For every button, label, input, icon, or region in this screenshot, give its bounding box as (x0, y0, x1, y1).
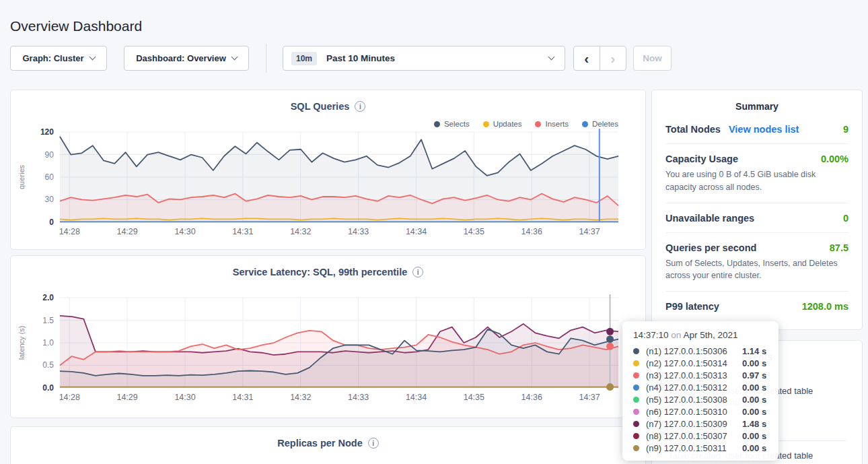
node-color-dot-icon (633, 372, 639, 378)
qps-value: 87.5 (830, 242, 848, 253)
control-divider (266, 44, 266, 73)
tooltip-on-word: on (671, 330, 681, 340)
node-color-dot-icon (633, 348, 639, 354)
node-latency-value: 0.97 s (742, 370, 766, 380)
capacity-usage-label: Capacity Usage (665, 154, 738, 164)
node-color-dot-icon (633, 385, 639, 391)
time-prev-button[interactable]: ‹ (574, 46, 600, 70)
chevron-down-icon (548, 54, 555, 61)
graph-dropdown-button[interactable]: Graph: Cluster (10, 46, 107, 71)
tooltip-node-row: (n2) 127.0.0.1:503140.00 s (633, 357, 768, 369)
svg-text:14:37: 14:37 (579, 393, 600, 402)
svg-text:14:32: 14:32 (290, 227, 311, 236)
tooltip-node-row: (n8) 127.0.0.1:503070.00 s (633, 430, 768, 442)
now-button[interactable]: Now (633, 46, 672, 71)
node-address: (n2) 127.0.0.1:50314 (646, 358, 742, 368)
unavailable-ranges-label: Unavailable ranges (665, 213, 754, 224)
tooltip-node-row: (n7) 127.0.0.1:503091.48 s (633, 418, 768, 430)
svg-text:90: 90 (45, 150, 55, 160)
svg-text:latency (s): latency (s) (17, 326, 26, 360)
svg-text:14:28: 14:28 (59, 227, 80, 236)
node-color-dot-icon (633, 445, 639, 451)
qps-description: Sum of Selects, Updates, Inserts, and De… (665, 257, 848, 283)
dashboard-dropdown-button[interactable]: Dashboard: Overview (124, 46, 249, 71)
summary-row-p99: P99 latency 1208.0 ms (665, 291, 848, 321)
time-next-button[interactable]: › (600, 46, 626, 70)
node-address: (n3) 127.0.0.1:50313 (646, 370, 742, 380)
dashboard-dropdown-label: Dashboard: Overview (136, 53, 226, 63)
svg-text:14:36: 14:36 (521, 227, 542, 236)
node-address: (n5) 127.0.0.1:50308 (646, 395, 742, 405)
svg-text:30: 30 (45, 195, 55, 204)
info-icon[interactable]: i (368, 438, 379, 449)
svg-text:14:29: 14:29 (117, 393, 138, 402)
svg-text:14:33: 14:33 (348, 227, 369, 236)
node-latency-value: 0.00 s (742, 443, 766, 453)
sql-queries-card: SQL Queries i SelectsUpdatesInsertsDelet… (10, 90, 646, 250)
node-latency-value: 0.00 s (742, 431, 766, 441)
summary-row-qps: Queries per second 87.5 Sum of Selects, … (665, 232, 848, 292)
tooltip-node-row: (n3) 127.0.0.1:503130.97 s (633, 369, 768, 381)
summary-title: Summary (652, 101, 862, 112)
svg-text:14:33: 14:33 (348, 393, 369, 402)
svg-text:14:34: 14:34 (406, 393, 427, 402)
svg-text:queries: queries (17, 165, 26, 189)
chart-hover-tooltip: 14:37:10 on Apr 5th, 2021 (n1) 127.0.0.1… (622, 321, 779, 461)
svg-text:2.0: 2.0 (42, 293, 54, 302)
info-icon[interactable]: i (355, 101, 365, 112)
summary-row-capacity: Capacity Usage 0.00% You are using 0 B o… (665, 143, 848, 203)
svg-text:120: 120 (40, 127, 54, 137)
tooltip-date: Apr 5th, 2021 (683, 330, 737, 340)
node-latency-value: 1.14 s (742, 346, 766, 356)
svg-text:14:30: 14:30 (174, 227, 195, 236)
summary-row-total-nodes: Total Nodes View nodes list 9 (665, 114, 848, 143)
sql-queries-title-text: SQL Queries (291, 101, 350, 112)
svg-text:14:29: 14:29 (117, 227, 138, 236)
svg-text:0.0: 0.0 (42, 383, 54, 393)
node-address: (n8) 127.0.0.1:50307 (646, 431, 742, 441)
info-icon[interactable]: i (412, 267, 423, 277)
qps-label: Queries per second (665, 242, 756, 253)
svg-text:1.5: 1.5 (42, 316, 54, 325)
page-title: Overview Dashboard (10, 18, 142, 34)
tooltip-node-row: (n5) 127.0.0.1:503080.00 s (633, 393, 768, 405)
node-latency-value: 0.00 s (742, 383, 766, 393)
service-latency-chart[interactable]: 0.00.51.01.52.014:2814:2914:3014:3114:32… (15, 291, 641, 405)
view-nodes-list-link[interactable]: View nodes list (729, 124, 799, 135)
sql-queries-title: SQL Queries i (11, 101, 645, 112)
time-range-label: Past 10 Minutes (326, 53, 395, 63)
node-address: (n7) 127.0.0.1:50309 (646, 419, 742, 429)
svg-text:0.5: 0.5 (42, 360, 54, 370)
node-color-dot-icon (633, 397, 639, 403)
sql-queries-chart[interactable]: 030609012014:2814:2914:3014:3114:3214:33… (15, 125, 641, 240)
replicas-per-node-title: Replicas per Node i (11, 438, 645, 449)
capacity-usage-value: 0.00% (821, 154, 848, 164)
svg-text:60: 60 (45, 172, 55, 182)
tooltip-node-row: (n4) 127.0.0.1:503120.00 s (633, 381, 768, 393)
total-nodes-value: 9 (843, 124, 848, 135)
tooltip-timestamp: 14:37:10 on Apr 5th, 2021 (633, 330, 768, 340)
svg-text:14:30: 14:30 (174, 393, 195, 402)
node-latency-value: 0.00 s (742, 407, 766, 417)
svg-text:14:36: 14:36 (521, 393, 542, 402)
graph-dropdown-label: Graph: Cluster (22, 53, 83, 63)
node-color-dot-icon (633, 433, 639, 439)
event-text-line2: movr.public.user_promo_codes (668, 461, 846, 464)
node-color-dot-icon (633, 409, 639, 415)
svg-text:14:31: 14:31 (232, 227, 253, 236)
summary-row-unavailable-ranges: Unavailable ranges 0 (665, 203, 848, 232)
svg-text:14:37: 14:37 (579, 227, 600, 236)
total-nodes-label: Total Nodes (665, 124, 721, 135)
p99-latency-label: P99 latency (665, 301, 719, 312)
tooltip-node-rows: (n1) 127.0.0.1:503061.14 s(n2) 127.0.0.1… (633, 345, 768, 454)
node-latency-value: 0.00 s (742, 395, 766, 405)
node-address: (n9) 127.0.0.1:50311 (646, 443, 742, 453)
p99-latency-value: 1208.0 ms (802, 301, 848, 312)
tooltip-node-row: (n9) 127.0.0.1:503110.00 s (633, 442, 768, 454)
time-range-badge: 10m (291, 52, 317, 65)
service-latency-title-text: Service Latency: SQL, 99th percentile (233, 267, 408, 277)
time-range-dropdown[interactable]: 10m Past 10 Minutes (283, 46, 565, 71)
svg-text:14:34: 14:34 (406, 227, 427, 236)
replicas-per-node-title-text: Replicas per Node (277, 438, 363, 449)
node-color-dot-icon (633, 421, 639, 427)
